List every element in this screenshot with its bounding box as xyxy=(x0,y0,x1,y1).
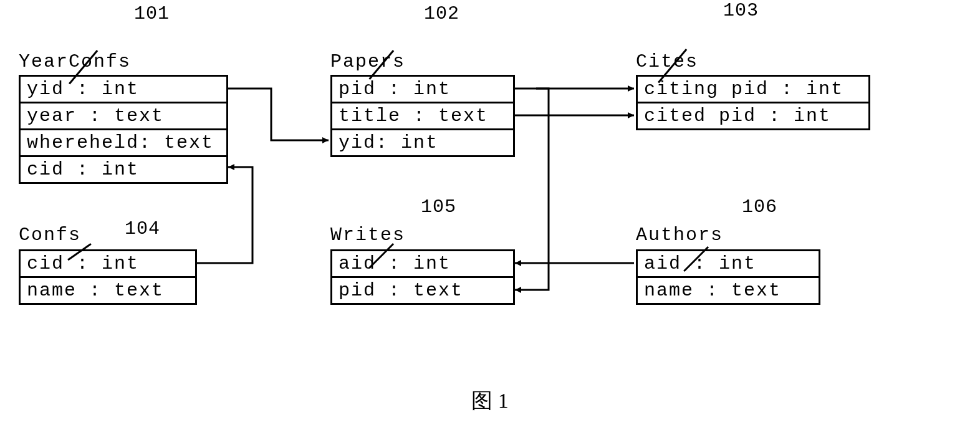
rel-yearconfs-papers xyxy=(226,89,329,140)
ref-103-label: 103 xyxy=(723,0,759,21)
papers-title: Papers xyxy=(330,51,405,72)
papers-field: title : text xyxy=(332,103,513,130)
ref-101-label: 101 xyxy=(134,3,170,24)
ref-104-label: 104 xyxy=(125,218,160,239)
yearconfs-field: yid : int xyxy=(21,77,226,103)
confs-title: Confs xyxy=(19,224,81,246)
writes-field: pid : text xyxy=(332,278,513,303)
confs-field: cid : int xyxy=(21,251,195,278)
cites-field: citing pid : int xyxy=(638,77,868,103)
confs-field: name : text xyxy=(21,278,195,303)
rel-papers-writes-pid xyxy=(515,89,549,290)
writes-title: Writes xyxy=(330,224,405,246)
cites-field: cited pid : int xyxy=(638,103,868,128)
authors-field: name : text xyxy=(638,278,819,303)
ref-105-label: 105 xyxy=(421,196,456,218)
confs-table: cid : int name : text xyxy=(19,249,197,305)
writes-field: aid : int xyxy=(332,251,513,278)
cites-table: citing pid : int cited pid : int xyxy=(636,75,870,130)
ref-102-label: 102 xyxy=(424,3,459,24)
papers-field: pid : int xyxy=(332,77,513,103)
papers-field: yid: int xyxy=(332,130,513,155)
yearconfs-table: yid : int year : text whereheld: text ci… xyxy=(19,75,228,184)
authors-title: Authors xyxy=(636,224,723,246)
yearconfs-field: whereheld: text xyxy=(21,130,226,157)
writes-table: aid : int pid : text xyxy=(330,249,515,305)
yearconfs-field: cid : int xyxy=(21,157,226,182)
cites-title: Cites xyxy=(636,51,698,72)
diagram-stage: { "caption": "图 1", "entities": { "yearc… xyxy=(0,0,980,437)
yearconfs-title: YearConfs xyxy=(19,51,131,72)
ref-106-label: 106 xyxy=(742,196,777,218)
figure-caption: 图 1 xyxy=(471,387,509,415)
authors-field: aid : int xyxy=(638,251,819,278)
yearconfs-field: year : text xyxy=(21,103,226,130)
authors-table: aid : int name : text xyxy=(636,249,820,305)
papers-table: pid : int title : text yid: int xyxy=(330,75,515,157)
